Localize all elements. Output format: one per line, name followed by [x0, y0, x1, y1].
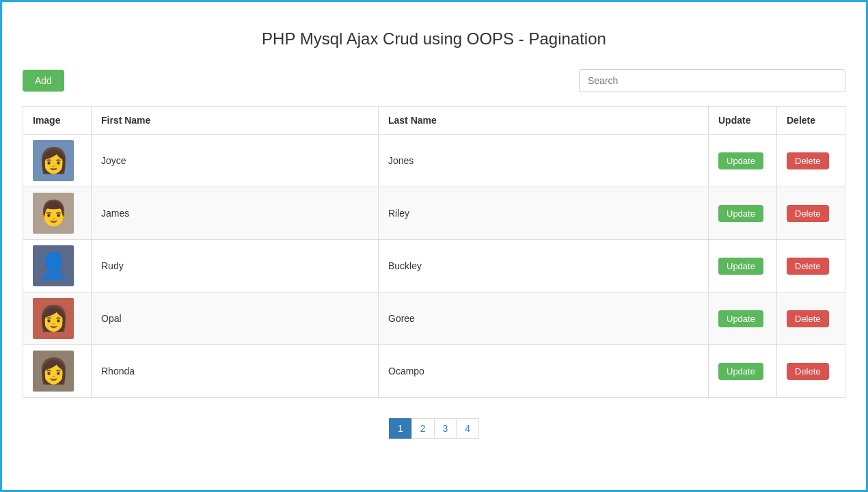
cell-firstname: Rhonda: [92, 345, 379, 398]
table-row: 👩 Rhonda Ocampo Update Delete: [23, 345, 845, 398]
avatar-icon: 👨: [38, 201, 69, 226]
delete-button[interactable]: Delete: [787, 310, 829, 327]
cell-image: 👤: [23, 240, 92, 292]
table-row: 👩 Opal Goree Update Delete: [23, 292, 845, 345]
search-input[interactable]: [579, 69, 845, 92]
delete-button[interactable]: Delete: [787, 258, 829, 275]
cell-firstname: Rudy: [92, 240, 379, 292]
col-header-firstname: First Name: [92, 107, 379, 135]
avatar-icon: 👩: [38, 306, 69, 331]
cell-update: Update: [709, 187, 777, 240]
page-button[interactable]: 4: [456, 418, 479, 439]
cell-firstname: James: [92, 187, 379, 240]
cell-image: 👩: [23, 292, 92, 345]
delete-button[interactable]: Delete: [787, 205, 829, 222]
cell-firstname: Opal: [92, 292, 379, 345]
delete-button[interactable]: Delete: [787, 363, 829, 380]
table-body: 👩 Joyce Jones Update Delete 👨 James Rile…: [23, 135, 845, 398]
col-header-lastname: Last Name: [379, 107, 709, 135]
cell-image: 👩: [23, 135, 92, 187]
cell-firstname: Joyce: [92, 135, 379, 187]
cell-lastname: Buckley: [379, 240, 709, 292]
update-button[interactable]: Update: [718, 363, 763, 380]
update-button[interactable]: Update: [718, 152, 763, 169]
cell-lastname: Riley: [379, 187, 709, 240]
avatar: 👤: [33, 245, 74, 286]
page-button[interactable]: 1: [389, 418, 411, 439]
cell-update: Update: [709, 240, 777, 292]
col-header-update: Update: [709, 107, 777, 135]
add-button[interactable]: Add: [23, 70, 64, 92]
avatar: 👩: [33, 140, 74, 181]
cell-delete: Delete: [777, 240, 845, 292]
cell-lastname: Jones: [379, 135, 709, 187]
page-title: PHP Mysql Ajax Crud using OOPS - Paginat…: [23, 29, 845, 49]
update-button[interactable]: Update: [718, 310, 763, 327]
avatar: 👨: [33, 193, 74, 234]
update-button[interactable]: Update: [718, 205, 763, 222]
cell-update: Update: [709, 345, 777, 398]
table-row: 👨 James Riley Update Delete: [23, 187, 845, 240]
toolbar: Add: [23, 69, 845, 92]
avatar-icon: 👩: [38, 359, 69, 383]
cell-lastname: Goree: [379, 292, 709, 345]
table-row: 👤 Rudy Buckley Update Delete: [23, 240, 845, 292]
cell-image: 👩: [23, 345, 92, 398]
pagination: 1234: [23, 418, 845, 439]
cell-delete: Delete: [777, 292, 845, 345]
cell-update: Update: [709, 135, 777, 187]
avatar-icon: 👤: [38, 254, 69, 278]
update-button[interactable]: Update: [718, 258, 763, 275]
page-button[interactable]: 2: [411, 418, 434, 439]
page-button[interactable]: 3: [434, 418, 457, 439]
table-header: Image First Name Last Name Update Delete: [23, 107, 845, 135]
cell-lastname: Ocampo: [379, 345, 709, 398]
col-header-image: Image: [23, 107, 92, 135]
avatar: 👩: [33, 351, 74, 392]
col-header-delete: Delete: [777, 107, 845, 135]
avatar-icon: 👩: [38, 148, 69, 173]
cell-image: 👨: [23, 187, 92, 240]
data-table: Image First Name Last Name Update Delete…: [23, 106, 845, 398]
cell-delete: Delete: [777, 345, 845, 398]
cell-delete: Delete: [777, 135, 845, 187]
delete-button[interactable]: Delete: [787, 152, 829, 169]
cell-delete: Delete: [777, 187, 845, 240]
cell-update: Update: [709, 292, 777, 345]
table-row: 👩 Joyce Jones Update Delete: [23, 135, 845, 187]
avatar: 👩: [33, 298, 74, 339]
